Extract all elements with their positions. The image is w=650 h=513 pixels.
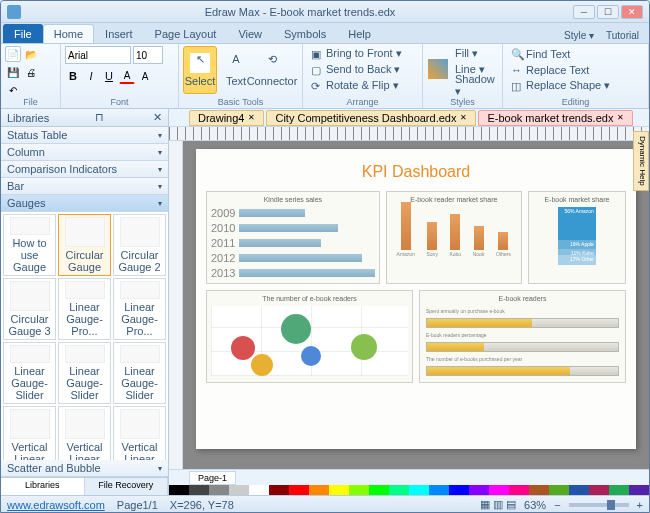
gallery-item[interactable]: Vertical Linear <box>58 406 111 460</box>
cat-column[interactable]: Column▾ <box>1 144 168 161</box>
pin-icon[interactable]: ⊓ <box>95 111 104 124</box>
fill-button[interactable]: Fill ▾ <box>451 46 499 61</box>
cat-status[interactable]: Status Table▾ <box>1 127 168 144</box>
color-swatch[interactable] <box>229 485 249 495</box>
canvas[interactable]: KPI Dashboard Kindle series sales 200920… <box>183 141 649 469</box>
print-icon[interactable]: 🖨 <box>23 64 39 80</box>
color-swatch[interactable] <box>329 485 349 495</box>
close-tab-icon[interactable]: ✕ <box>460 113 467 122</box>
replace-button[interactable]: ↔Replace Text <box>507 62 614 77</box>
zoom-out[interactable]: − <box>554 499 560 511</box>
panel-readers-sliders[interactable]: E-book readers Spent annually on purchas… <box>419 290 626 383</box>
color-swatch[interactable] <box>609 485 629 495</box>
panel-market-share[interactable]: E-book market share 17% Other11% Kobo16%… <box>528 191 626 284</box>
color-swatch[interactable] <box>629 485 649 495</box>
close-button[interactable]: ✕ <box>621 5 643 19</box>
highlight-icon[interactable]: A <box>137 68 153 84</box>
color-swatch[interactable] <box>509 485 529 495</box>
color-swatch[interactable] <box>589 485 609 495</box>
tab-help[interactable]: Help <box>337 24 382 43</box>
save-icon[interactable]: 💾 <box>5 64 21 80</box>
color-palette[interactable] <box>169 485 649 495</box>
underline-icon[interactable]: U <box>101 68 117 84</box>
send-back-button[interactable]: ▢Send to Back ▾ <box>307 62 406 77</box>
font-name-input[interactable] <box>65 46 131 64</box>
gallery-item[interactable]: Linear Gauge-Slider <box>113 342 166 404</box>
panel-readers-bubble[interactable]: The number of e-book readers <box>206 290 413 383</box>
color-swatch[interactable] <box>209 485 229 495</box>
color-swatch[interactable] <box>449 485 469 495</box>
status-url[interactable]: www.edrawsoft.com <box>7 499 105 511</box>
find-button[interactable]: 🔍Find Text <box>507 46 614 61</box>
color-swatch[interactable] <box>489 485 509 495</box>
panel-reader-share[interactable]: E-book reader market share AmazonSonyKob… <box>386 191 522 284</box>
open-icon[interactable]: 📂 <box>23 46 39 62</box>
close-tab-icon[interactable]: ✕ <box>248 113 255 122</box>
tutorial-link[interactable]: Tutorial <box>602 28 643 43</box>
tab-insert[interactable]: Insert <box>94 24 144 43</box>
replace-shape-button[interactable]: ◫Replace Shape ▾ <box>507 78 614 93</box>
dynamic-help-tab[interactable]: Dynamic Help <box>633 131 649 191</box>
color-swatch[interactable] <box>169 485 189 495</box>
select-tool[interactable]: ↖Select <box>183 46 217 94</box>
doc-tab[interactable]: Drawing4✕ <box>189 110 264 126</box>
page-tab-1[interactable]: Page-1 <box>189 471 236 485</box>
connector-tool[interactable]: ⟲Connector <box>255 46 289 94</box>
color-swatch[interactable] <box>429 485 449 495</box>
gallery-item[interactable]: Linear Gauge-Slider <box>3 342 56 404</box>
color-swatch[interactable] <box>269 485 289 495</box>
gallery-item[interactable]: Linear Gauge-Pro... <box>58 278 111 340</box>
new-icon[interactable]: 📄 <box>5 46 21 62</box>
gallery-item[interactable]: Circular Gauge 2 <box>113 214 166 276</box>
color-swatch[interactable] <box>369 485 389 495</box>
color-swatch[interactable] <box>349 485 369 495</box>
gallery-item[interactable]: Linear Gauge-Pro... <box>113 278 166 340</box>
color-swatch[interactable] <box>189 485 209 495</box>
shadow-button[interactable]: Shadow ▾ <box>451 78 499 93</box>
italic-icon[interactable]: I <box>83 68 99 84</box>
rotate-button[interactable]: ⟳Rotate & Flip ▾ <box>307 78 406 93</box>
gallery-item[interactable]: Vertical Linear <box>3 406 56 460</box>
color-swatch[interactable] <box>289 485 309 495</box>
close-sidebar-icon[interactable]: ✕ <box>153 111 162 124</box>
panel-kindle-sales[interactable]: Kindle series sales 20092010201120122013 <box>206 191 380 284</box>
color-swatch[interactable] <box>249 485 269 495</box>
color-swatch[interactable] <box>469 485 489 495</box>
sidetab-libraries[interactable]: Libraries <box>1 478 85 495</box>
doc-tab[interactable]: City Competitiveness Dashboard.edx✕ <box>266 110 476 126</box>
gallery-item[interactable]: Circular Gauge 3 <box>3 278 56 340</box>
doc-tab[interactable]: E-book market trends.edx✕ <box>478 110 633 126</box>
font-size-input[interactable] <box>133 46 163 64</box>
color-swatch[interactable] <box>389 485 409 495</box>
page[interactable]: KPI Dashboard Kindle series sales 200920… <box>196 149 636 449</box>
tab-view[interactable]: View <box>227 24 273 43</box>
tab-file[interactable]: File <box>3 24 43 43</box>
zoom-slider[interactable] <box>569 503 629 507</box>
tab-pagelayout[interactable]: Page Layout <box>144 24 228 43</box>
gallery-item[interactable]: Circular Gauge <box>58 214 111 276</box>
zoom-in[interactable]: + <box>637 499 643 511</box>
cat-gauges[interactable]: Gauges▾ <box>1 195 168 212</box>
gallery-item[interactable]: Linear Gauge-Slider <box>58 342 111 404</box>
color-swatch[interactable] <box>569 485 589 495</box>
bring-front-button[interactable]: ▣Bring to Front ▾ <box>307 46 406 61</box>
tab-home[interactable]: Home <box>43 24 94 43</box>
font-color-icon[interactable]: A <box>119 68 135 84</box>
sidetab-recovery[interactable]: File Recovery <box>85 478 169 495</box>
color-swatch[interactable] <box>549 485 569 495</box>
maximize-button[interactable]: ☐ <box>597 5 619 19</box>
cat-comparison[interactable]: Comparison Indicators▾ <box>1 161 168 178</box>
view-icons[interactable]: ▦ ▥ ▤ <box>480 498 516 511</box>
close-tab-icon[interactable]: ✕ <box>617 113 624 122</box>
style-dropdown[interactable]: Style ▾ <box>560 28 598 43</box>
undo-icon[interactable]: ↶ <box>5 82 21 98</box>
color-swatch[interactable] <box>309 485 329 495</box>
cat-bar[interactable]: Bar▾ <box>1 178 168 195</box>
tab-symbols[interactable]: Symbols <box>273 24 337 43</box>
cat-scatter[interactable]: Scatter and Bubble▾ <box>1 460 168 477</box>
bold-icon[interactable]: B <box>65 68 81 84</box>
quick-style[interactable] <box>427 46 449 94</box>
color-swatch[interactable] <box>529 485 549 495</box>
gallery-item[interactable]: How to use Gauge <box>3 214 56 276</box>
minimize-button[interactable]: ─ <box>573 5 595 19</box>
